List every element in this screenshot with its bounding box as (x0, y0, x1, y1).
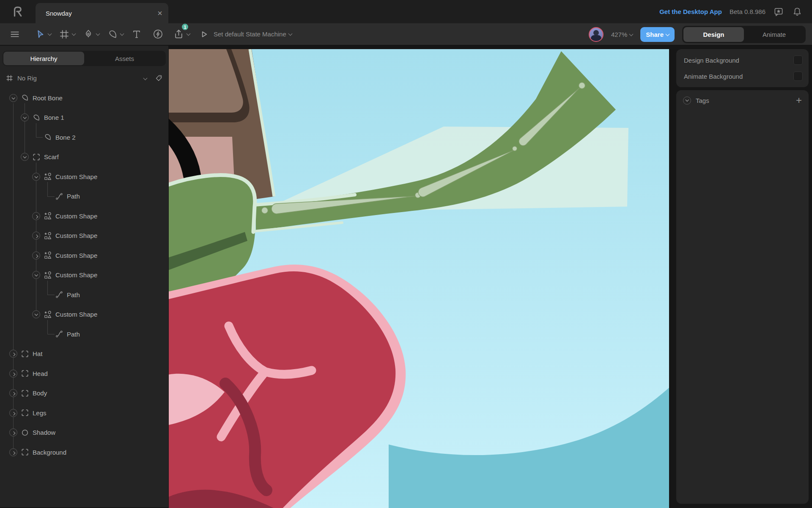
play-icon[interactable] (198, 29, 209, 40)
state-machine-control[interactable]: Set default State Machine (198, 27, 293, 41)
expander-icon[interactable] (32, 173, 40, 181)
state-machine-label[interactable]: Set default State Machine (214, 30, 286, 38)
tag-icon[interactable] (155, 75, 162, 82)
canvas-area[interactable] (169, 46, 673, 507)
export-share-button[interactable]: 1 (172, 27, 191, 41)
tab-animate[interactable]: Animate (744, 27, 804, 42)
menu-icon[interactable] (8, 27, 21, 41)
chevron-down-icon[interactable] (629, 32, 634, 36)
file-tab[interactable]: Snowday × (36, 3, 168, 23)
tree-row-custom-shape[interactable]: Custom Shape (0, 167, 168, 187)
tree-row-label: Custom Shape (55, 271, 97, 279)
tree-row-shadow[interactable]: Shadow (0, 423, 168, 443)
rig-selector[interactable]: No Rig (0, 69, 168, 86)
tree-row-custom-shape[interactable]: Custom Shape (0, 226, 168, 246)
design-background-swatch[interactable] (793, 55, 803, 65)
tree-row-label: Root Bone (33, 94, 63, 102)
chevron-down-icon[interactable] (143, 76, 148, 80)
chevron-down-icon[interactable] (120, 31, 124, 36)
share-label: Share (646, 31, 664, 38)
zoom-level-control[interactable]: 427% (611, 31, 633, 38)
bone-icon (44, 133, 52, 141)
animate-background-swatch[interactable] (793, 72, 803, 81)
expander-icon[interactable] (32, 232, 40, 240)
get-desktop-app-link[interactable]: Get the Desktop App (659, 8, 722, 15)
animate-background-label: Animate Background (684, 73, 743, 80)
tree-row-label: Scarf (44, 153, 59, 160)
tab-assets[interactable]: Assets (84, 52, 165, 65)
tree-row-body[interactable]: Body (0, 384, 168, 403)
bone-tool[interactable] (106, 27, 124, 41)
tree-row-label: Body (33, 389, 47, 397)
expander-icon[interactable] (32, 310, 40, 318)
expander-icon[interactable] (32, 212, 40, 220)
tree-row-scarf[interactable]: Scarf (0, 147, 168, 167)
rig-label: No Rig (17, 75, 37, 82)
chevron-down-icon[interactable] (72, 31, 76, 36)
ellipse-icon (21, 429, 29, 436)
expander-icon[interactable] (9, 370, 17, 378)
tree-row-bone-1[interactable]: Bone 1 (0, 108, 168, 128)
path-icon (55, 330, 63, 338)
chevron-down-icon[interactable] (187, 31, 191, 36)
pen-tool[interactable] (82, 27, 100, 41)
tab-design[interactable]: Design (683, 27, 744, 42)
expander-icon[interactable] (9, 389, 17, 397)
expander-icon[interactable] (9, 428, 17, 436)
tab-hierarchy[interactable]: Hierarchy (3, 52, 84, 65)
tree-row-label: Custom Shape (55, 311, 97, 318)
expander-icon[interactable] (9, 409, 17, 417)
tree-row-head[interactable]: Head (0, 364, 168, 384)
mode-switch: Design Animate (682, 26, 806, 43)
tree-row-label: Legs (33, 409, 47, 417)
canvas-artboard[interactable] (169, 49, 669, 508)
select-tool[interactable] (34, 27, 52, 41)
tree-row-custom-shape[interactable]: Custom Shape (0, 305, 168, 325)
expander-icon[interactable] (32, 251, 40, 260)
expander-icon[interactable] (683, 97, 691, 105)
close-icon[interactable]: × (157, 9, 162, 17)
tree-row-label: Custom Shape (55, 252, 97, 259)
expander-icon[interactable] (21, 113, 29, 121)
rive-logo-icon[interactable] (11, 5, 25, 18)
share-button[interactable]: Share (640, 27, 675, 42)
group-icon (21, 409, 29, 417)
tree-row-path[interactable]: Path (0, 324, 168, 344)
chevron-down-icon[interactable] (288, 31, 292, 36)
tree-row-bone-2[interactable]: Bone 2 (0, 127, 168, 147)
design-background-row[interactable]: Design Background (676, 52, 809, 68)
file-tab-title: Snowday (46, 10, 72, 17)
expander-icon[interactable] (9, 448, 17, 456)
zoom-level: 427% (611, 31, 627, 38)
tree-row-root-bone[interactable]: Root Bone (0, 88, 168, 108)
expander-icon[interactable] (9, 350, 17, 358)
actions-bolt-icon[interactable] (151, 27, 165, 41)
group-icon (21, 448, 29, 456)
text-tool[interactable] (130, 27, 143, 41)
feedback-icon[interactable] (773, 6, 784, 17)
group-icon (21, 389, 29, 397)
tree-row-legs[interactable]: Legs (0, 403, 168, 423)
group-icon (33, 153, 40, 161)
tree-row-path[interactable]: Path (0, 285, 168, 305)
tree-row-hat[interactable]: Hat (0, 344, 168, 364)
hierarchy-tree: Root Bone Bone 1 Bone 2 Scarf Custom Sha (0, 88, 168, 462)
tags-header[interactable]: Tags + (676, 90, 809, 110)
animate-background-row[interactable]: Animate Background (676, 68, 809, 84)
tree-row-custom-shape[interactable]: Custom Shape (0, 206, 168, 226)
tree-row-path[interactable]: Path (0, 187, 168, 207)
expander-icon[interactable] (32, 271, 40, 279)
path-icon (55, 291, 63, 298)
expander-icon[interactable] (21, 153, 29, 161)
tree-row-custom-shape[interactable]: Custom Shape (0, 265, 168, 285)
chevron-down-icon[interactable] (48, 31, 52, 36)
chevron-down-icon[interactable] (96, 31, 100, 36)
expander-icon[interactable] (9, 94, 17, 102)
artboard-tool[interactable] (58, 27, 76, 41)
add-tag-icon[interactable]: + (796, 96, 802, 105)
inspector-panel: Design Background Animate Background Tag… (673, 46, 812, 507)
tree-row-background[interactable]: Background (0, 442, 168, 462)
notifications-bell-icon[interactable] (792, 6, 803, 17)
avatar[interactable] (589, 27, 604, 42)
tree-row-custom-shape[interactable]: Custom Shape (0, 246, 168, 265)
